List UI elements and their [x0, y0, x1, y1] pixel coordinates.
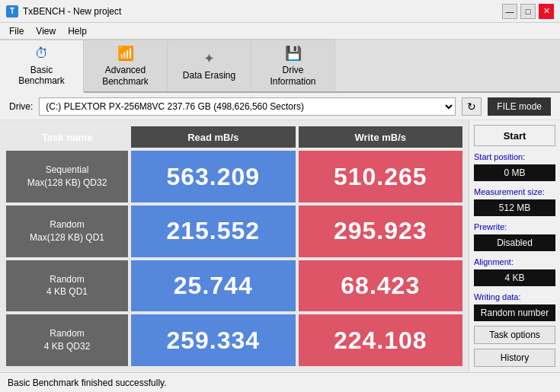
file-mode-button[interactable]: FILE mode [488, 97, 551, 116]
minimize-button[interactable]: — [502, 4, 517, 19]
read-value-0: 563.209 [131, 151, 296, 202]
chart-icon: 📶 [117, 45, 134, 62]
drive-label: Drive: [9, 101, 33, 112]
close-button[interactable]: ✕ [539, 4, 554, 19]
drive-refresh-button[interactable]: ↻ [462, 97, 482, 116]
write-value-2: 68.423 [299, 260, 463, 312]
history-button[interactable]: History [474, 349, 555, 367]
prewrite-label: Prewrite: [474, 222, 555, 231]
right-panel: Start Start position: 0 MB Measurement s… [469, 120, 560, 372]
maximize-button[interactable]: □ [520, 4, 536, 19]
th-read: Read mB/s [131, 126, 296, 148]
menu-view[interactable]: View [30, 24, 62, 38]
app-icon: T [6, 5, 18, 18]
title-bar-left: T TxBENCH - New project [6, 5, 121, 18]
write-value-1: 295.923 [299, 206, 463, 257]
clock-icon: ⏱ [35, 46, 49, 62]
erase-icon: ✦ [203, 50, 215, 67]
table-row: RandomMax(128 KB) QD1 215.552 295.923 [6, 206, 462, 257]
alignment-value: 4 KB [474, 269, 555, 286]
write-value-3: 224.108 [299, 314, 463, 366]
prewrite-value: Disabled [474, 234, 555, 251]
table-row: Random4 KB QD1 25.744 68.423 [6, 260, 462, 312]
refresh-icon: ↻ [467, 100, 476, 113]
window-title: TxBENCH - New project [23, 6, 121, 17]
title-bar: T TxBENCH - New project — □ ✕ [0, 0, 560, 23]
tab-advanced-benchmark[interactable]: 📶 AdvancedBenchmark [84, 40, 168, 91]
tab-advanced-benchmark-label: AdvancedBenchmark [102, 65, 149, 87]
drive-icon: 💾 [285, 45, 302, 62]
window-controls: — □ ✕ [502, 4, 554, 19]
benchmark-table: Task name Read mB/s Write mB/s Sequentia… [0, 120, 469, 372]
writing-data-label: Writing data: [474, 292, 555, 301]
start-position-label: Start position: [474, 152, 555, 161]
task-options-button[interactable]: Task options [474, 326, 555, 344]
measurement-size-label: Measurement size: [474, 187, 555, 196]
alignment-label: Alignment: [474, 257, 555, 266]
table-row: Random4 KB QD32 259.334 224.108 [6, 314, 462, 366]
tab-drive-information-label: DriveInformation [270, 65, 315, 87]
status-message: Basic Benchmark finished successfully. [8, 378, 167, 388]
tab-basic-benchmark-label: BasicBenchmark [18, 65, 65, 87]
tab-basic-benchmark[interactable]: ⏱ BasicBenchmark [0, 40, 84, 93]
table-header-row: Task name Read mB/s Write mB/s [6, 126, 462, 148]
tab-data-erasing-label: Data Erasing [183, 70, 235, 81]
main-area: Task name Read mB/s Write mB/s Sequentia… [0, 120, 560, 372]
row-label-0: SequentialMax(128 KB) QD32 [6, 151, 128, 202]
writing-data-value: Random number [474, 304, 555, 321]
menu-file[interactable]: File [3, 24, 30, 38]
table-row: SequentialMax(128 KB) QD32 563.209 510.2… [6, 151, 462, 202]
read-value-3: 259.334 [131, 314, 296, 366]
drive-select[interactable]: (C:) PLEXTOR PX-256M8VC 237.76 GB (498,6… [39, 97, 456, 116]
menu-bar: File View Help [0, 23, 560, 40]
write-value-0: 510.265 [299, 151, 463, 202]
read-value-2: 25.744 [131, 260, 296, 312]
toolbar: ⏱ BasicBenchmark 📶 AdvancedBenchmark ✦ D… [0, 40, 560, 93]
drive-row: Drive: (C:) PLEXTOR PX-256M8VC 237.76 GB… [0, 93, 560, 120]
measurement-size-value: 512 MB [474, 199, 555, 216]
menu-help[interactable]: Help [62, 24, 93, 38]
start-position-value: 0 MB [474, 164, 555, 181]
th-task-name: Task name [6, 126, 128, 148]
row-label-1: RandomMax(128 KB) QD1 [6, 206, 128, 257]
read-value-1: 215.552 [131, 206, 296, 257]
status-bar: Basic Benchmark finished successfully. [0, 372, 560, 392]
tab-data-erasing[interactable]: ✦ Data Erasing [168, 40, 251, 91]
th-write: Write mB/s [299, 126, 463, 148]
row-label-2: Random4 KB QD1 [6, 260, 128, 312]
row-label-3: Random4 KB QD32 [6, 314, 128, 366]
start-button[interactable]: Start [474, 125, 555, 146]
tab-drive-information[interactable]: 💾 DriveInformation [251, 40, 335, 91]
